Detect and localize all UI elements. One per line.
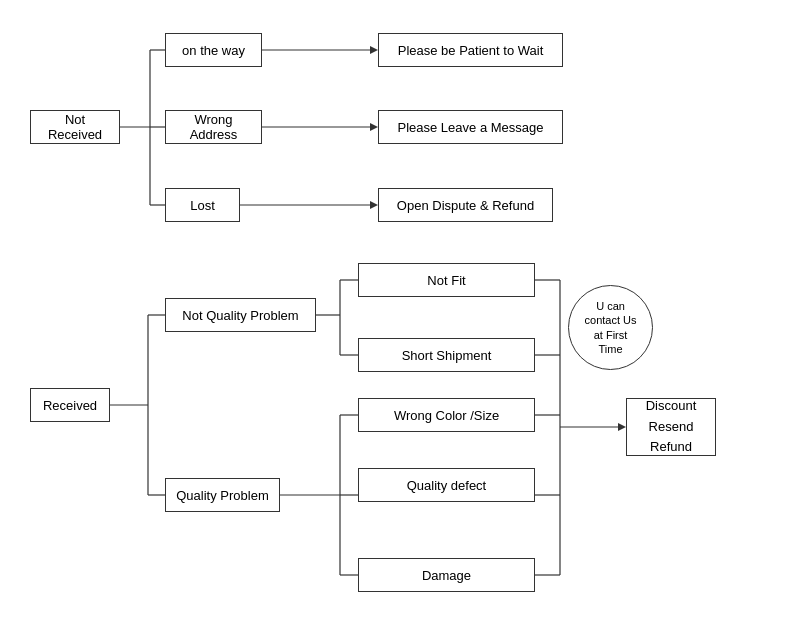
received-label: Received [43,398,97,413]
on-the-way-node: on the way [165,33,262,67]
speech-bubble: U can contact Us at First Time [568,285,653,370]
damage-label: Damage [422,568,471,583]
svg-marker-6 [370,46,378,54]
damage-node: Damage [358,558,535,592]
not-fit-node: Not Fit [358,263,535,297]
not-quality-label: Not Quality Problem [182,308,298,323]
quality-defect-label: Quality defect [407,478,487,493]
connector-lines [0,0,800,638]
not-received-label: Not Received [39,112,111,142]
quality-prob-node: Quality Problem [165,478,280,512]
wrong-address-node: Wrong Address [165,110,262,144]
please-patient-node: Please be Patient to Wait [378,33,563,67]
not-received-node: Not Received [30,110,120,144]
quality-prob-label: Quality Problem [176,488,268,503]
wrong-color-node: Wrong Color /Size [358,398,535,432]
wrong-color-label: Wrong Color /Size [394,408,499,423]
not-fit-label: Not Fit [427,273,465,288]
svg-marker-8 [370,123,378,131]
please-patient-label: Please be Patient to Wait [398,43,544,58]
please-message-label: Please Leave a Message [398,120,544,135]
lost-label: Lost [190,198,215,213]
discount-label: Discount Resend Refund [646,396,697,458]
svg-marker-31 [618,423,626,431]
please-message-node: Please Leave a Message [378,110,563,144]
short-ship-label: Short Shipment [402,348,492,363]
discount-node: Discount Resend Refund [626,398,716,456]
speech-label: U can contact Us at First Time [585,299,637,356]
open-dispute-node: Open Dispute & Refund [378,188,553,222]
svg-marker-10 [370,201,378,209]
open-dispute-label: Open Dispute & Refund [397,198,534,213]
wrong-address-label: Wrong Address [174,112,253,142]
not-quality-node: Not Quality Problem [165,298,316,332]
diagram: Not Received on the way Wrong Address Lo… [0,0,800,638]
quality-defect-node: Quality defect [358,468,535,502]
short-ship-node: Short Shipment [358,338,535,372]
lost-node: Lost [165,188,240,222]
received-node: Received [30,388,110,422]
on-the-way-label: on the way [182,43,245,58]
